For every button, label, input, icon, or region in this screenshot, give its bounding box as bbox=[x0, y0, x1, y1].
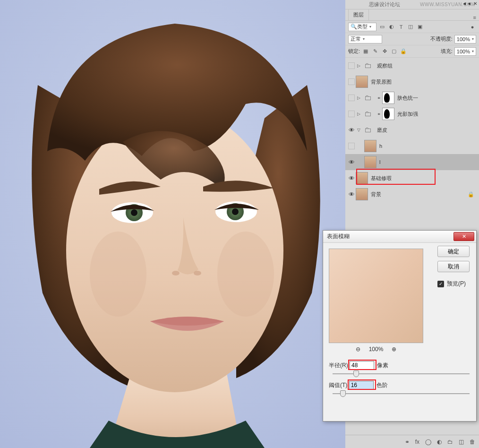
fill-value[interactable]: 100% bbox=[454, 47, 476, 56]
layer-thumb[interactable] bbox=[364, 140, 376, 152]
mask-icon[interactable]: ◯ bbox=[425, 439, 431, 445]
disclosure-icon[interactable]: ▷ bbox=[357, 95, 360, 100]
fx-icon[interactable]: fx bbox=[415, 439, 419, 445]
group-icon[interactable]: 🗀 bbox=[447, 439, 453, 445]
layer-row[interactable]: 👁背景🔒 bbox=[345, 186, 479, 202]
blend-mode-dropdown[interactable]: 正常 bbox=[348, 35, 382, 43]
adjustment-icon[interactable]: ◐ bbox=[437, 439, 442, 445]
filter-shape-icon[interactable]: ◫ bbox=[407, 23, 414, 31]
collapse-icon[interactable]: ◄◄ bbox=[462, 1, 471, 6]
layer-name[interactable]: 观察组 bbox=[377, 62, 477, 69]
title-bar: 思缘设计论坛 WWW.MISSYUAN.COM bbox=[345, 0, 479, 9]
canvas-area[interactable] bbox=[0, 0, 345, 448]
layer-row[interactable]: ▷🗀⚭肤色统一 bbox=[345, 90, 479, 106]
visibility-toggle[interactable] bbox=[347, 62, 356, 69]
svg-point-7 bbox=[232, 208, 239, 215]
portrait-image bbox=[0, 0, 345, 448]
layer-row[interactable]: 👁l bbox=[345, 154, 479, 170]
cancel-button[interactable]: 取消 bbox=[437, 261, 470, 272]
close-icon[interactable]: ✕ bbox=[473, 1, 477, 6]
opacity-value[interactable]: 100% bbox=[454, 35, 476, 43]
layer-row[interactable]: ▷🗀观察组 bbox=[345, 58, 479, 74]
filter-adjust-icon[interactable]: ◐ bbox=[388, 23, 395, 31]
visibility-toggle[interactable] bbox=[347, 143, 356, 149]
panel-tabs: 图层 ≡ bbox=[345, 9, 479, 21]
layer-name[interactable]: 磨皮 bbox=[377, 127, 477, 134]
lock-label: 锁定: bbox=[348, 48, 360, 55]
layer-name[interactable]: 肤色统一 bbox=[397, 95, 477, 102]
layer-name[interactable]: 光影加强 bbox=[397, 111, 477, 118]
layer-thumb[interactable] bbox=[356, 76, 368, 88]
filter-pixel-icon[interactable]: ▭ bbox=[378, 23, 386, 31]
radius-slider-thumb[interactable] bbox=[353, 370, 359, 377]
layer-row[interactable]: h bbox=[345, 138, 479, 154]
folder-icon: 🗀 bbox=[362, 108, 374, 120]
new-layer-icon[interactable]: ◫ bbox=[459, 439, 464, 445]
layer-bottom-toolbar: ⚭ fx ◯ ◐ 🗀 ◫ 🗑 bbox=[345, 435, 479, 448]
delete-icon[interactable]: 🗑 bbox=[470, 439, 475, 445]
layer-thumb[interactable] bbox=[364, 156, 376, 168]
kind-filter[interactable]: 🔍 类型 bbox=[348, 23, 376, 31]
threshold-slider[interactable] bbox=[333, 393, 470, 394]
highlight-radius bbox=[348, 360, 376, 370]
mask-thumb[interactable] bbox=[382, 92, 394, 104]
zoom-in-icon[interactable]: ⊕ bbox=[392, 346, 396, 353]
filter-toggle-icon[interactable]: ● bbox=[469, 23, 476, 31]
filter-row: 🔍 类型 ▭ ◐ T ◫ ▣ ● bbox=[345, 21, 479, 33]
folder-icon: 🗀 bbox=[362, 92, 374, 104]
visibility-toggle[interactable]: 👁 bbox=[347, 191, 356, 198]
filter-smart-icon[interactable]: ▣ bbox=[416, 23, 424, 31]
visibility-toggle[interactable] bbox=[347, 111, 356, 117]
lock-all-icon[interactable]: 🔒 bbox=[400, 48, 407, 55]
lock-artboard-icon[interactable]: ▢ bbox=[390, 48, 398, 55]
dialog-title-text: 表面模糊 bbox=[327, 233, 350, 241]
tab-layers[interactable]: 图层 bbox=[348, 9, 369, 20]
layer-row[interactable]: ▷🗀⚭光影加强 bbox=[345, 106, 479, 122]
opacity-label: 不透明度: bbox=[430, 35, 453, 43]
svg-point-4 bbox=[131, 209, 137, 216]
link-icon: ⚭ bbox=[377, 95, 381, 101]
visibility-toggle[interactable] bbox=[347, 78, 356, 85]
blur-preview[interactable] bbox=[329, 249, 423, 343]
preview-label: 预览(P) bbox=[447, 280, 466, 288]
lock-pixels-icon[interactable]: ▦ bbox=[362, 48, 369, 55]
filter-type-icon[interactable]: T bbox=[397, 23, 405, 31]
layer-name[interactable]: l bbox=[379, 159, 477, 165]
layer-row[interactable]: 👁▽🗀磨皮 bbox=[345, 122, 479, 138]
ok-button[interactable]: 确定 bbox=[437, 246, 470, 257]
threshold-unit: 色阶 bbox=[376, 381, 388, 389]
radius-label: 半径(R): bbox=[329, 362, 350, 370]
threshold-slider-thumb[interactable] bbox=[340, 390, 346, 397]
svg-point-9 bbox=[194, 271, 201, 276]
dialog-titlebar[interactable]: 表面模糊 ✕ bbox=[323, 231, 476, 243]
layer-row[interactable]: 背景原图 bbox=[345, 74, 479, 90]
panel-menu-icon[interactable]: ≡ bbox=[473, 15, 476, 20]
disclosure-icon[interactable]: ▽ bbox=[357, 128, 360, 132]
link-layers-icon[interactable]: ⚭ bbox=[405, 439, 410, 445]
layer-name[interactable]: 背景 bbox=[371, 191, 468, 198]
fill-label: 填充: bbox=[441, 48, 453, 55]
highlight-threshold bbox=[348, 379, 376, 390]
dialog-close-button[interactable]: ✕ bbox=[453, 232, 474, 241]
visibility-toggle[interactable]: 👁 bbox=[347, 175, 356, 182]
zoom-out-icon[interactable]: ⊖ bbox=[356, 346, 360, 353]
folder-icon: 🗀 bbox=[362, 124, 374, 136]
visibility-toggle[interactable] bbox=[347, 95, 356, 101]
visibility-toggle[interactable]: 👁 bbox=[347, 127, 356, 134]
mask-thumb[interactable] bbox=[382, 108, 394, 120]
svg-point-8 bbox=[172, 271, 180, 276]
disclosure-icon[interactable]: ▷ bbox=[357, 112, 360, 116]
blend-row: 正常 不透明度: 100% bbox=[345, 33, 479, 45]
preview-checkbox[interactable]: ✓ bbox=[437, 281, 444, 287]
radius-unit: 像素 bbox=[377, 362, 388, 370]
layer-thumb[interactable] bbox=[356, 188, 368, 200]
layer-name[interactable]: 背景原图 bbox=[371, 78, 477, 86]
disclosure-icon[interactable]: ▷ bbox=[357, 63, 360, 68]
layer-name[interactable]: h bbox=[379, 143, 477, 149]
lock-position-icon[interactable]: ✎ bbox=[371, 48, 379, 55]
visibility-toggle[interactable]: 👁 bbox=[347, 159, 356, 166]
link-icon: ⚭ bbox=[377, 112, 381, 117]
site-name: 思缘设计论坛 bbox=[369, 1, 400, 8]
lock-move-icon[interactable]: ✥ bbox=[381, 48, 388, 55]
radius-slider[interactable] bbox=[333, 373, 470, 374]
